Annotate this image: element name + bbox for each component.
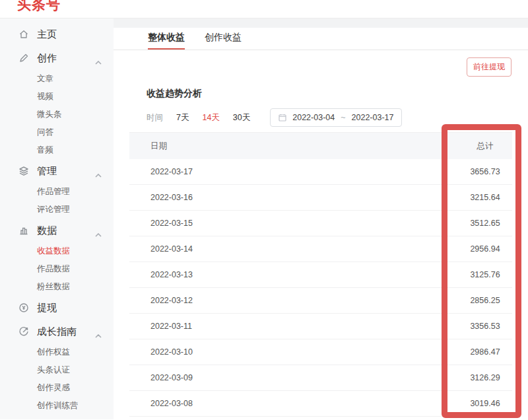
- calendar-icon: [279, 114, 286, 122]
- cell-total: 3512.65: [458, 219, 512, 228]
- sidebar-item-qa[interactable]: 问答: [0, 123, 114, 141]
- range-option-30d[interactable]: 30天: [233, 112, 250, 123]
- sidebar-item-works-data[interactable]: 作品数据: [0, 260, 114, 278]
- date-range-picker[interactable]: 2022-03-04 ~ 2022-03-17: [270, 108, 402, 127]
- sidebar-item-label: 主页: [37, 28, 57, 41]
- cell-date: 2022-03-14: [129, 244, 458, 254]
- table-row: 2022-03-15 3512.65: [129, 211, 512, 236]
- cell-date: 2022-03-11: [129, 322, 458, 331]
- sidebar-item-label: 成长指南: [37, 326, 77, 338]
- earnings-table: 日期 总计 2022-03-17 3656.73 2022-03-16 3215…: [129, 132, 512, 417]
- cell-date: 2022-03-08: [129, 399, 458, 408]
- cell-total: 3356.53: [458, 322, 512, 331]
- sidebar-item-income-data[interactable]: 收益数据: [0, 242, 114, 260]
- date-separator: ~: [341, 113, 345, 122]
- cell-total: 3125.76: [458, 270, 512, 279]
- sidebar-item-growth-guide[interactable]: 成长指南: [0, 320, 114, 343]
- chevron-up-icon: [95, 228, 102, 239]
- cell-total: 2856.25: [458, 296, 512, 305]
- cell-total: 3215.64: [458, 193, 512, 202]
- section-title: 收益趋势分析: [147, 88, 528, 100]
- tab-bar: 整体收益 创作收益: [114, 28, 528, 50]
- table-row: 2022-03-14 2956.94: [129, 236, 512, 262]
- go-withdraw-button[interactable]: 前往提现: [467, 57, 512, 77]
- brand-logo[interactable]: 头条号: [17, 0, 61, 14]
- sidebar-item-withdraw[interactable]: 提现: [0, 296, 114, 320]
- cell-date: 2022-03-15: [129, 219, 458, 228]
- sidebar-item-audio[interactable]: 音频: [0, 141, 114, 159]
- sidebar-item-management[interactable]: 管理: [0, 159, 114, 183]
- sidebar-item-micro-headline[interactable]: 微头条: [0, 106, 114, 123]
- cell-date: 2022-03-16: [129, 193, 458, 202]
- cell-date: 2022-03-09: [129, 373, 458, 382]
- table-row: 2022-03-08 3019.46: [129, 391, 512, 417]
- sidebar-item-creation-inspiration[interactable]: 创作灵感: [0, 379, 114, 397]
- sidebar-item-works-management[interactable]: 作品管理: [0, 183, 114, 201]
- cell-date: 2022-03-12: [129, 296, 458, 305]
- table-row: 2022-03-11 3356.53: [129, 314, 512, 339]
- column-header-total: 总计: [458, 141, 512, 152]
- sidebar-item-creation-rights[interactable]: 创作权益: [0, 343, 114, 361]
- cell-total: 3656.73: [458, 167, 512, 176]
- chevron-up-icon: [95, 168, 102, 180]
- table-row: 2022-03-10 2986.47: [129, 339, 512, 365]
- table-header: 日期 总计: [129, 133, 512, 159]
- cell-total: 3126.29: [458, 373, 512, 382]
- sidebar-item-label: 创作: [37, 52, 57, 65]
- cell-total: 2956.94: [458, 244, 512, 254]
- coin-icon: [18, 302, 29, 313]
- chevron-up-icon: [95, 55, 102, 67]
- table-row: 2022-03-13 3125.76: [129, 262, 512, 288]
- table-row: 2022-03-09 3126.29: [129, 365, 512, 391]
- bar-chart-icon: [18, 225, 29, 236]
- sidebar-item-comments-management[interactable]: 评论管理: [0, 201, 114, 219]
- date-start: 2022-03-04: [292, 113, 335, 122]
- sidebar-item-article[interactable]: 文章: [0, 70, 114, 88]
- sidebar-item-data[interactable]: 数据: [0, 219, 114, 242]
- layers-icon: [18, 166, 29, 176]
- sidebar-item-label: 提现: [37, 302, 57, 314]
- sidebar-item-toutiao-certification[interactable]: 头条认证: [0, 361, 114, 379]
- cell-date: 2022-03-10: [129, 347, 458, 357]
- cell-date: 2022-03-17: [129, 167, 458, 176]
- table-row: 2022-03-17 3656.73: [129, 159, 512, 185]
- sidebar-item-label: 管理: [37, 165, 57, 178]
- chevron-up-icon: [95, 329, 102, 340]
- date-end: 2022-03-17: [352, 113, 394, 122]
- toolbar: 前往提现: [114, 50, 528, 75]
- home-icon: [18, 29, 29, 40]
- pencil-icon: [18, 53, 29, 63]
- sidebar-item-creation[interactable]: 创作: [0, 46, 114, 70]
- topbar: 头条号: [0, 0, 528, 18]
- cell-total: 3019.46: [458, 399, 512, 408]
- sidebar-item-creation-camp[interactable]: 创作训练营: [0, 397, 114, 415]
- cell-date: 2022-03-13: [129, 270, 458, 279]
- time-filter-label: 时间: [147, 112, 163, 123]
- sidebar-item-video[interactable]: 视频: [0, 88, 114, 106]
- sidebar: 主页 创作 文章 视频 微头条 问答 音频 管理 作品管理 评论管理: [0, 18, 114, 419]
- content-card: 整体收益 创作收益 前往提现 收益趋势分析 时间 7天 14天 30天 2022…: [114, 28, 528, 419]
- sidebar-item-label: 数据: [37, 225, 57, 237]
- tab-overall-income[interactable]: 整体收益: [148, 27, 185, 50]
- range-option-14d[interactable]: 14天: [202, 112, 219, 123]
- compass-icon: [18, 326, 29, 337]
- column-header-date: 日期: [129, 141, 458, 152]
- time-filter: 时间 7天 14天 30天 2022-03-04 ~ 2022-03-17: [147, 108, 528, 127]
- sidebar-item-fans-data[interactable]: 粉丝数据: [0, 278, 114, 296]
- cell-total: 2986.47: [458, 347, 512, 357]
- main-area: 整体收益 创作收益 前往提现 收益趋势分析 时间 7天 14天 30天 2022…: [114, 18, 528, 419]
- range-option-7d[interactable]: 7天: [176, 112, 189, 123]
- sidebar-item-home[interactable]: 主页: [0, 22, 114, 46]
- table-row: 2022-03-12 2856.25: [129, 288, 512, 314]
- table-row: 2022-03-16 3215.64: [129, 185, 512, 211]
- tab-creation-income[interactable]: 创作收益: [205, 27, 242, 50]
